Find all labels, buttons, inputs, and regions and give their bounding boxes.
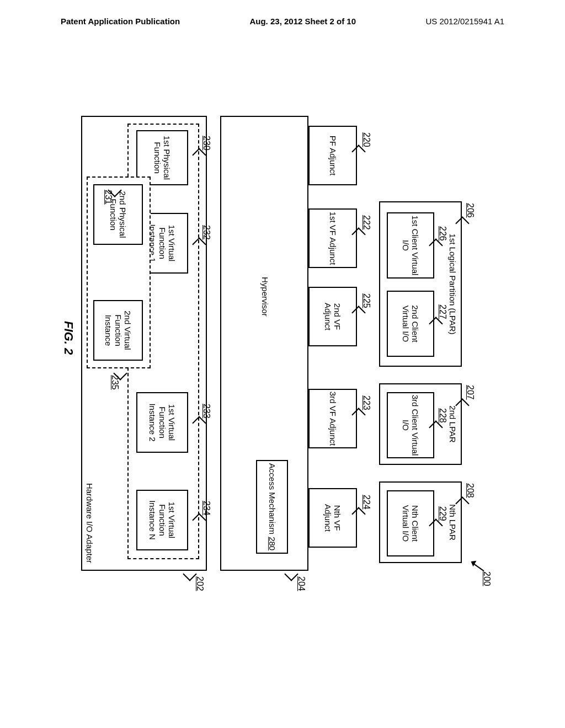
sheet-label: Aug. 23, 2012 Sheet 2 of 10 [249, 17, 356, 26]
ref-232: 232 [201, 225, 211, 240]
leader-200 [473, 564, 484, 571]
hypervisor: Hypervisor Access Mechanism 280 [220, 116, 308, 571]
figure-caption: FIG. 2 [61, 321, 76, 355]
diagram: 200 1st Logical Partition (LPAR) 1st Cli… [69, 110, 488, 590]
vf2i-label: 2nd Virtual Function Instance [94, 301, 142, 360]
lpar-2: 2nd LPAR 3rd Client Virtual I/O [379, 383, 462, 465]
vfin-label: 1st Virtual Function Instance N [137, 491, 187, 549]
pf2-group: 2nd Physical Function 2nd Virtual Functi… [87, 176, 151, 368]
ref-204: 204 [296, 576, 306, 591]
ref-229: 229 [438, 506, 447, 521]
adapter-label: Hardware I/O Adapter [85, 483, 94, 563]
client-vio-1: 1st Client Virtual I/O [387, 212, 434, 279]
lpar-n: Nth LPAR Nth Client Virtual I/O [379, 481, 462, 563]
ref-227: 227 [438, 304, 447, 319]
pf-adjunct: PF Adjunct [308, 126, 357, 185]
vfi2-label: 1st Virtual Function Instance 2 [137, 393, 187, 452]
diagram-rotated: 200 1st Logical Partition (LPAR) 1st Cli… [39, 141, 519, 560]
ref-233: 233 [201, 404, 211, 419]
access-mech-label: Access Mechanism 280 [257, 461, 287, 553]
lpar-2-title: 2nd LPAR [448, 384, 461, 464]
ref-230: 230 [201, 136, 211, 151]
pf2-label: 2nd Physical Function [94, 185, 142, 244]
ref-222: 222 [361, 215, 371, 230]
access-mechanism: Access Mechanism 280 [256, 460, 288, 554]
ref-207: 207 [465, 385, 475, 400]
page-header: Patent Application Publication Aug. 23, … [0, 17, 565, 26]
ref-202: 202 [195, 576, 205, 591]
vfn-adjunct-label: Nth VF Adjunct [310, 489, 356, 547]
client-vio-2-label: 2nd Client Virtual I/O [388, 292, 433, 356]
client-vio-2: 2nd Client Virtual I/O [387, 291, 434, 357]
vf2-adjunct-label: 2nd VF Adjunct [310, 288, 356, 345]
ref-200: 200 [482, 571, 492, 586]
vf2i: 2nd Virtual Function Instance [93, 300, 143, 361]
client-vio-1-label: 1st Client Virtual I/O [388, 213, 433, 277]
client-vio-3: 3rd Client Virtual I/O [387, 392, 434, 458]
vfn-adjunct: Nth VF Adjunct [308, 488, 357, 548]
client-vio-n: Nth Client Virtual I/O [387, 490, 434, 556]
ref-225: 225 [361, 293, 371, 308]
ref-220: 220 [361, 132, 371, 147]
client-vio-3-label: 3rd Client Virtual I/O [388, 393, 433, 457]
lpar-n-title: Nth LPAR [448, 483, 461, 562]
vfin: 1st Virtual Function Instance N [136, 490, 188, 550]
ref-223: 223 [361, 395, 371, 410]
ref-226: 226 [438, 226, 447, 241]
pub-label: Patent Application Publication [61, 17, 180, 26]
ref-206: 206 [465, 203, 475, 218]
hardware-adapter: Hardware I/O Adapter 1st Physical Functi… [81, 116, 207, 571]
ref-208: 208 [465, 483, 475, 498]
ref-228: 228 [438, 408, 447, 423]
hypervisor-label: Hypervisor [260, 277, 270, 317]
docnum: US 2012/0215941 A1 [425, 17, 504, 26]
ref-224: 224 [361, 495, 371, 510]
ref-234: 234 [201, 501, 211, 516]
vf1-adjunct: 1st VF Adjunct [308, 208, 357, 268]
lpar-1: 1st Logical Partition (LPAR) 1st Client … [379, 201, 462, 367]
vfi2: 1st Virtual Function Instance 2 [136, 392, 188, 453]
vf1-adjunct-label: 1st VF Adjunct [310, 210, 356, 267]
vf2-adjunct: 2nd VF Adjunct [308, 287, 357, 346]
vf3-adjunct: 3rd VF Adjunct [308, 389, 357, 448]
pf-adjunct-label: PF Adjunct [310, 127, 356, 184]
vf3-adjunct-label: 3rd VF Adjunct [310, 390, 356, 447]
client-vio-n-label: Nth Client Virtual I/O [388, 491, 433, 555]
